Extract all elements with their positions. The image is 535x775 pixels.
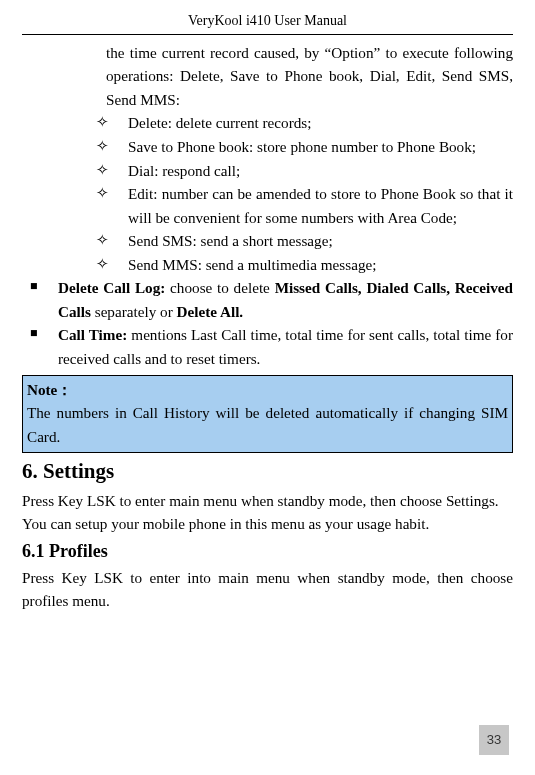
list-item: Delete: delete current records; xyxy=(90,111,513,135)
note-box: Note： The numbers in Call History will b… xyxy=(22,375,513,454)
list-item-call-time: Call Time: mentions Last Call time, tota… xyxy=(22,323,513,370)
settings-para-2: You can setup your mobile phone in this … xyxy=(22,512,513,536)
list-item: Dial: respond call; xyxy=(90,159,513,183)
list-item-delete-log: Delete Call Log: choose to delete Missed… xyxy=(22,276,513,323)
list-item: Save to Phone book: store phone number t… xyxy=(90,135,513,159)
lead-bold: Delete Call Log: xyxy=(58,279,170,296)
note-label: Note： xyxy=(27,381,72,398)
header-rule xyxy=(22,34,513,35)
profiles-para: Press Key LSK to enter into main menu wh… xyxy=(22,566,513,613)
lead-bold: Call Time: xyxy=(58,326,131,343)
diamond-bullet-list: Delete: delete current records; Save to … xyxy=(90,111,513,276)
section-heading-settings: 6. Settings xyxy=(22,455,513,488)
subsection-heading-profiles: 6.1 Profiles xyxy=(22,538,513,566)
bold-text: Delete All. xyxy=(177,303,244,320)
page-number: 33 xyxy=(479,725,509,755)
square-bullet-list: Delete Call Log: choose to delete Missed… xyxy=(22,276,513,370)
list-item: Send MMS: send a multimedia message; xyxy=(90,253,513,277)
text: choose to delete xyxy=(170,279,275,296)
text: separately or xyxy=(91,303,177,320)
note-body: The numbers in Call History will be dele… xyxy=(27,404,508,445)
intro-paragraph: the time current record caused, by “Opti… xyxy=(106,41,513,112)
header-title: VeryKool i410 User Manual xyxy=(22,10,513,34)
list-item: Edit: number can be amended to store to … xyxy=(90,182,513,229)
manual-page: VeryKool i410 User Manual the time curre… xyxy=(0,0,535,613)
settings-para-1: Press Key LSK to enter main menu when st… xyxy=(22,489,513,513)
list-item: Send SMS: send a short message; xyxy=(90,229,513,253)
